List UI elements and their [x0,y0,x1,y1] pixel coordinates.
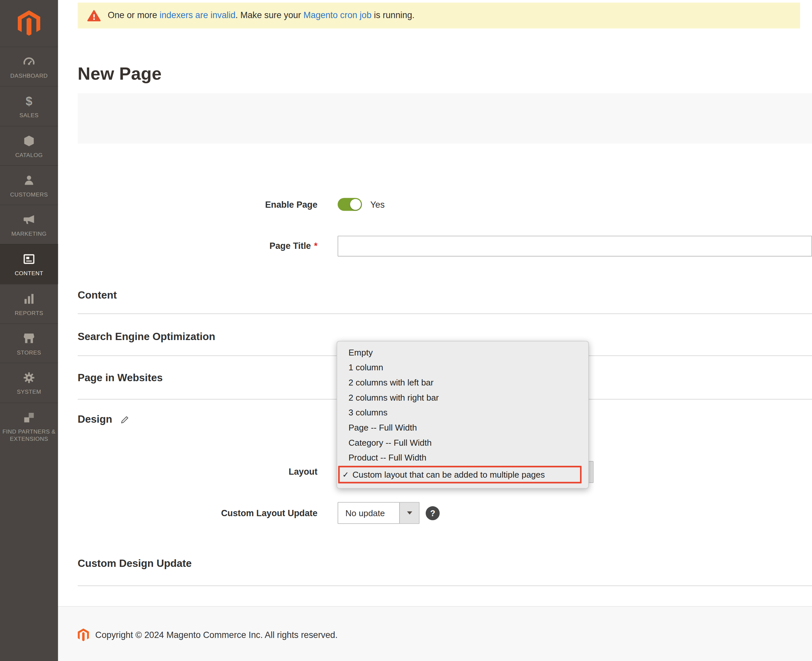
customers-person-icon [22,173,36,188]
select-arrow [400,503,419,524]
sidebar-item-label: FIND PARTNERS & EXTENSIONS [1,428,57,443]
magento-logo[interactable] [0,0,58,47]
chevron-down-icon [407,511,412,514]
layout-option-custom-layout-selected[interactable]: ✓ Custom layout that can be added to mul… [338,466,582,484]
section-seo[interactable]: Search Engine Optimization [78,330,215,342]
layout-option-1-column[interactable]: 1 column [337,360,588,375]
partners-modules-icon [22,410,36,425]
enable-page-label: Enable Page [58,200,317,210]
sidebar-item-content[interactable]: CONTENT [0,244,58,284]
reports-barchart-icon [22,292,36,306]
page-title-label: Page Title* [58,241,317,251]
custom-layout-update-label: Custom Layout Update [58,508,317,519]
magento-logo-icon [17,10,41,36]
sidebar-item-label: SALES [1,112,57,119]
layout-option-product-full-width[interactable]: Product -- Full Width [337,450,588,465]
checkmark-icon: ✓ [342,466,349,484]
dashboard-gauge-icon [22,54,36,69]
sidebar-item-find-partners[interactable]: FIND PARTNERS & EXTENSIONS [0,402,58,449]
sidebar-item-sales[interactable]: $ SALES [0,86,58,126]
sidebar-item-label: REPORTS [1,309,57,317]
layout-option-2-columns-left[interactable]: 2 columns with left bar [337,375,588,390]
banner-text: One or more indexers are invalid. Make s… [108,10,414,21]
magento-admin-new-page-screen: DASHBOARD $ SALES CATALOG CUSTOMERS MARK… [0,0,812,661]
sales-dollar-icon: $ [22,94,36,108]
sidebar-item-label: DASHBOARD [1,72,57,80]
sidebar-item-label: CATALOG [1,151,57,159]
section-custom-design-update[interactable]: Custom Design Update [78,558,191,570]
sidebar-item-catalog[interactable]: CATALOG [0,126,58,165]
layout-option-3-columns[interactable]: 3 columns [337,405,588,420]
sidebar-item-stores[interactable]: STORES [0,323,58,363]
sidebar-item-label: STORES [1,349,57,356]
main-content: One or more indexers are invalid. Make s… [58,0,812,661]
layout-option-2-columns-right[interactable]: 2 columns with right bar [337,390,588,405]
enable-page-value: Yes [370,200,385,210]
admin-sidebar: DASHBOARD $ SALES CATALOG CUSTOMERS MARK… [0,0,58,661]
page-title: New Page [78,64,162,84]
sidebar-item-marketing[interactable]: MARKETING [0,205,58,244]
section-page-in-websites[interactable]: Page in Websites [78,372,162,384]
layout-dropdown-list: Empty 1 column 2 columns with left bar 2… [337,341,589,489]
sidebar-item-customers[interactable]: CUSTOMERS [0,165,58,205]
required-asterisk: * [314,241,317,251]
stores-storefront-icon [22,331,36,346]
footer: Copyright © 2024 Magento Commerce Inc. A… [58,606,812,661]
catalog-box-icon [22,133,36,148]
system-gear-icon [22,370,36,385]
indexers-invalid-link[interactable]: indexers are invalid [159,10,236,20]
pencil-edit-icon[interactable] [119,414,130,424]
sidebar-item-label: SYSTEM [1,388,57,396]
sidebar-item-label: MARKETING [1,230,57,238]
custom-layout-update-value: No update [338,503,400,524]
layout-option-page-full-width[interactable]: Page -- Full Width [337,420,588,436]
indexer-warning-banner: One or more indexers are invalid. Make s… [78,3,800,29]
sidebar-item-dashboard[interactable]: DASHBOARD [0,47,58,86]
divider [78,313,812,314]
custom-layout-update-select[interactable]: No update [338,502,419,524]
sidebar-item-label: CUSTOMERS [1,191,57,198]
content-layout-icon [22,252,36,267]
marketing-megaphone-icon [22,212,36,227]
divider [78,586,812,586]
layout-label: Layout [58,467,317,477]
magento-logo-icon [78,628,89,641]
copyright-text: Copyright © 2024 Magento Commerce Inc. A… [96,630,338,640]
page-title-input[interactable] [338,236,812,256]
sidebar-item-system[interactable]: SYSTEM [0,363,58,402]
toolbar-placeholder [78,93,812,144]
section-content[interactable]: Content [78,289,117,301]
sidebar-item-label: CONTENT [1,270,57,277]
layout-option-category-full-width[interactable]: Category -- Full Width [337,435,588,450]
help-question-icon[interactable]: ? [426,506,439,520]
layout-option-empty[interactable]: Empty [337,345,588,360]
section-design[interactable]: Design [78,414,130,425]
enable-page-toggle[interactable] [338,198,362,211]
warning-triangle-icon [87,9,101,22]
magento-cron-job-link[interactable]: Magento cron job [303,10,371,20]
sidebar-item-reports[interactable]: REPORTS [0,284,58,323]
selected-option-label: Custom layout that can be added to multi… [352,466,545,484]
toggle-knob [350,199,361,210]
